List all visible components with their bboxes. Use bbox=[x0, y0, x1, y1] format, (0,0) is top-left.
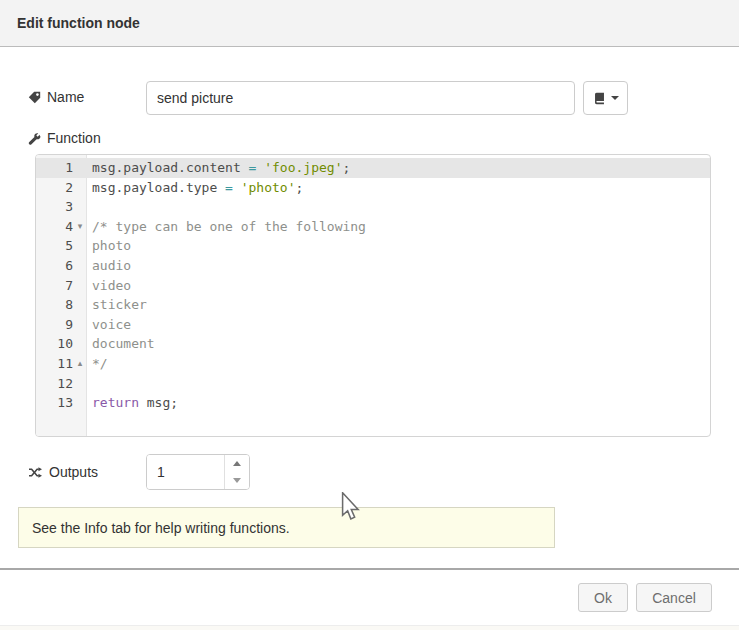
line-number: 9 bbox=[36, 315, 73, 335]
ok-button[interactable]: Ok bbox=[578, 583, 628, 612]
code-text: photo bbox=[87, 236, 131, 256]
line-number: 8 bbox=[36, 295, 73, 315]
arrow-down-icon bbox=[233, 478, 241, 483]
fold-spacer bbox=[73, 315, 87, 335]
edit-function-node-dialog: Edit function node Name Function 1msg.pa… bbox=[0, 0, 739, 630]
code-line-10[interactable]: 10document bbox=[36, 334, 710, 354]
code-text: msg.payload.type = 'photo'; bbox=[87, 178, 303, 198]
shuffle-icon bbox=[28, 466, 43, 479]
fold-spacer bbox=[73, 236, 87, 256]
outputs-spinner bbox=[146, 454, 250, 490]
code-line-9[interactable]: 9voice bbox=[36, 315, 710, 335]
code-line-5[interactable]: 5photo bbox=[36, 236, 710, 256]
code-line-6[interactable]: 6audio bbox=[36, 256, 710, 276]
cancel-button[interactable]: Cancel bbox=[636, 583, 712, 612]
outputs-label: Outputs bbox=[28, 464, 98, 480]
editor-code-lines: 1msg.payload.content = 'foo.jpeg';2msg.p… bbox=[36, 155, 710, 413]
code-text: */ bbox=[87, 354, 108, 374]
fold-spacer bbox=[73, 197, 87, 217]
outputs-label-text: Outputs bbox=[49, 464, 98, 480]
name-label-text: Name bbox=[47, 89, 84, 105]
function-code-editor[interactable]: 1msg.payload.content = 'foo.jpeg';2msg.p… bbox=[35, 154, 711, 437]
arrow-up-icon bbox=[233, 461, 241, 466]
footer bbox=[0, 570, 739, 625]
code-text: msg.payload.content = 'foo.jpeg'; bbox=[87, 158, 350, 178]
line-number: 10 bbox=[36, 334, 73, 354]
code-line-4[interactable]: 4▾/* type can be one of the following bbox=[36, 217, 710, 237]
code-text: document bbox=[87, 334, 155, 354]
tag-icon bbox=[28, 91, 41, 104]
code-line-8[interactable]: 8sticker bbox=[36, 295, 710, 315]
code-text: video bbox=[87, 276, 131, 296]
code-line-1[interactable]: 1msg.payload.content = 'foo.jpeg'; bbox=[36, 158, 710, 178]
fold-spacer bbox=[73, 158, 87, 178]
caret-down-icon bbox=[611, 96, 619, 100]
line-number: 3 bbox=[36, 197, 73, 217]
code-text: sticker bbox=[87, 295, 147, 315]
fold-spacer bbox=[73, 178, 87, 198]
function-label-text: Function bbox=[47, 130, 101, 146]
line-number: 11 bbox=[36, 354, 73, 374]
code-text bbox=[87, 374, 92, 394]
library-button[interactable] bbox=[583, 81, 628, 115]
line-number: 5 bbox=[36, 236, 73, 256]
function-label: Function bbox=[28, 130, 101, 146]
code-text: audio bbox=[87, 256, 131, 276]
wrench-icon bbox=[28, 132, 41, 145]
dialog-header: Edit function node bbox=[0, 0, 739, 47]
code-line-3[interactable]: 3 bbox=[36, 197, 710, 217]
line-number: 2 bbox=[36, 178, 73, 198]
fold-toggle-icon[interactable]: ▴ bbox=[73, 354, 87, 374]
fold-spacer bbox=[73, 393, 87, 413]
code-line-13[interactable]: 13return msg; bbox=[36, 393, 710, 413]
name-label: Name bbox=[28, 89, 84, 105]
outputs-spinner-buttons bbox=[224, 455, 249, 489]
line-number: 13 bbox=[36, 393, 73, 413]
code-line-11[interactable]: 11▴*/ bbox=[36, 354, 710, 374]
line-number: 6 bbox=[36, 256, 73, 276]
code-text: /* type can be one of the following bbox=[87, 217, 366, 237]
code-text bbox=[87, 197, 92, 217]
code-line-7[interactable]: 7video bbox=[36, 276, 710, 296]
line-number: 12 bbox=[36, 374, 73, 394]
line-number: 7 bbox=[36, 276, 73, 296]
outputs-increment-button[interactable] bbox=[225, 455, 249, 472]
code-text: voice bbox=[87, 315, 131, 335]
fold-toggle-icon[interactable]: ▾ bbox=[73, 217, 87, 237]
code-line-2[interactable]: 2msg.payload.type = 'photo'; bbox=[36, 178, 710, 198]
dialog-bottom-edge bbox=[0, 625, 739, 630]
fold-spacer bbox=[73, 374, 87, 394]
fold-spacer bbox=[73, 334, 87, 354]
dialog-title: Edit function node bbox=[17, 15, 140, 31]
fold-spacer bbox=[73, 256, 87, 276]
line-number: 4 bbox=[36, 217, 73, 237]
book-icon bbox=[593, 92, 606, 105]
outputs-input[interactable] bbox=[147, 455, 224, 489]
fold-spacer bbox=[73, 276, 87, 296]
line-number: 1 bbox=[36, 158, 73, 178]
code-line-12[interactable]: 12 bbox=[36, 374, 710, 394]
code-text: return msg; bbox=[87, 393, 178, 413]
outputs-decrement-button[interactable] bbox=[225, 472, 249, 489]
info-tip: See the Info tab for help writing functi… bbox=[18, 507, 555, 548]
info-tip-text: See the Info tab for help writing functi… bbox=[32, 520, 290, 536]
fold-spacer bbox=[73, 295, 87, 315]
name-input[interactable] bbox=[146, 81, 575, 115]
